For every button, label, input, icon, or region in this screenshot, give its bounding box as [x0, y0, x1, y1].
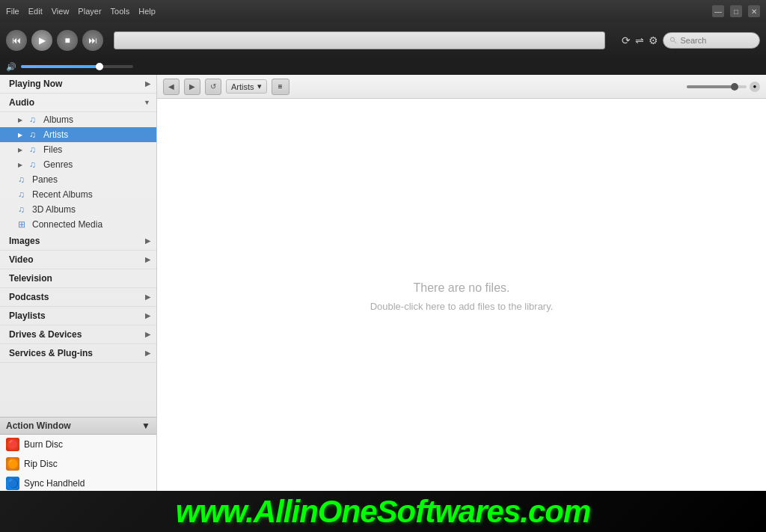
panes-note-icon [18, 174, 28, 185]
sidebar-item-artists[interactable]: ▶ Artists [0, 127, 156, 142]
playlists-arrow: ▶ [145, 312, 150, 319]
menu-view[interactable]: View [52, 7, 70, 16]
sidebar-section-playlists[interactable]: Playlists ▶ [0, 307, 156, 325]
watermark: www.AllinOneSoftwares.com [0, 491, 766, 532]
audio-label: Audio [9, 97, 34, 108]
content-slider[interactable]: ● [687, 82, 760, 92]
sidebar-item-albums[interactable]: ▶ Albums [0, 112, 156, 127]
volume-bar: 🔊 [0, 58, 766, 75]
action-burn-disc[interactable]: 🔴 Burn Disc [0, 435, 156, 454]
action-rip-disc[interactable]: 🟠 Rip Disc [0, 454, 156, 474]
menu-player[interactable]: Player [78, 7, 101, 16]
sync-handheld-label: Sync Handheld [24, 478, 85, 489]
zoom-slider-fill [687, 85, 735, 88]
sidebar-section-audio[interactable]: Audio ▼ [0, 94, 156, 112]
genres-note-icon [29, 159, 40, 170]
sidebar-section-podcasts[interactable]: Podcasts ▶ [0, 288, 156, 307]
title-display: JRiver Media Center 23 [114, 31, 605, 49]
next-button[interactable]: ⏭ [82, 30, 103, 51]
volume-thumb[interactable] [96, 63, 103, 70]
3d-albums-label: 3D Albums [32, 204, 76, 215]
zoom-slider-track[interactable] [687, 85, 747, 88]
title-input: JRiver Media Center 23 [114, 31, 605, 49]
nav-refresh-button[interactable]: ↺ [205, 79, 221, 95]
sidebar-section-images[interactable]: Images ▶ [0, 232, 156, 251]
menu-edit[interactable]: Edit [28, 7, 43, 16]
services-label: Services & Plug-ins [9, 348, 93, 358]
sidebar-section-drives[interactable]: Drives & Devices ▶ [0, 325, 156, 344]
sidebar-item-files[interactable]: ▶ Files [0, 142, 156, 157]
playing-now-arrow: ▶ [145, 80, 150, 88]
shuffle-icon[interactable]: ⇌ [635, 34, 644, 46]
repeat-icon[interactable]: ⟳ [622, 34, 631, 46]
drives-label: Drives & Devices [9, 329, 82, 340]
connected-media-label: Connected Media [32, 219, 102, 230]
connected-media-icon [18, 219, 28, 230]
play-button[interactable]: ▶ [31, 30, 52, 51]
playing-now-label: Playing Now [9, 79, 62, 89]
artists-note-icon [29, 129, 40, 140]
sidebar-section-video[interactable]: Video ▶ [0, 251, 156, 269]
zoom-slider-end-icon[interactable]: ● [750, 82, 760, 92]
images-label: Images [9, 236, 40, 246]
menu-tools[interactable]: Tools [111, 7, 130, 16]
menu-help[interactable]: Help [138, 7, 156, 16]
sidebar-item-3d-albums[interactable]: 3D Albums [0, 202, 156, 217]
view-dropdown-arrow-icon: ▾ [257, 82, 262, 91]
drives-arrow: ▶ [145, 331, 150, 338]
action-window-label: Action Window [6, 421, 71, 431]
sidebar-item-playing-now[interactable]: Playing Now ▶ [0, 75, 156, 94]
equalizer-icon[interactable]: ⚙ [649, 34, 658, 46]
view-toggle-button[interactable]: ≡ [272, 79, 289, 95]
podcasts-label: Podcasts [9, 292, 49, 302]
action-window-header[interactable]: Action Window ▼ [0, 417, 156, 435]
video-arrow: ▶ [145, 256, 150, 263]
search-box[interactable] [663, 32, 760, 49]
sidebar-item-recent-albums[interactable]: Recent Albums [0, 187, 156, 202]
view-dropdown[interactable]: Artists ▾ [226, 79, 267, 94]
albums-label: Albums [43, 114, 73, 125]
content-area: ◀ ▶ ↺ Artists ▾ ≡ ● There are no files. … [157, 75, 766, 532]
recent-albums-label: Recent Albums [32, 189, 93, 200]
recent-albums-note-icon [18, 189, 28, 200]
menu-file[interactable]: File [6, 7, 19, 16]
images-arrow: ▶ [145, 237, 150, 245]
watermark-text: www.AllinOneSoftwares.com [176, 494, 591, 530]
files-label: Files [43, 144, 62, 155]
previous-button[interactable]: ⏮ [6, 30, 27, 51]
podcasts-arrow: ▶ [145, 293, 150, 301]
nav-back-button[interactable]: ◀ [163, 79, 180, 95]
menu-bar: File Edit View Player Tools Help [6, 7, 156, 16]
zoom-slider-thumb[interactable] [731, 83, 738, 91]
search-icon [670, 36, 677, 45]
empty-primary-text: There are no files. [414, 281, 510, 295]
search-input[interactable] [680, 36, 753, 45]
maximize-button[interactable]: □ [730, 5, 742, 17]
rip-disc-label: Rip Disc [24, 459, 58, 469]
albums-note-icon [29, 114, 40, 125]
nav-forward-button[interactable]: ▶ [184, 79, 200, 95]
minimize-button[interactable]: — [712, 5, 724, 17]
files-note-icon [29, 144, 40, 155]
panes-label: Panes [32, 174, 58, 185]
burn-disc-label: Burn Disc [24, 439, 63, 450]
close-button[interactable]: ✕ [748, 5, 760, 17]
sidebar-section-television[interactable]: Television [0, 269, 156, 288]
sidebar-section-services[interactable]: Services & Plug-ins ▶ [0, 344, 156, 363]
volume-slider[interactable] [21, 65, 133, 68]
window-controls: — □ ✕ [712, 5, 760, 17]
sidebar-item-connected-media[interactable]: Connected Media [0, 217, 156, 232]
content-main[interactable]: There are no files. Double-click here to… [157, 99, 766, 495]
svg-point-0 [670, 37, 674, 41]
empty-secondary-text: Double-click here to add files to the li… [370, 301, 554, 312]
sidebar-item-genres[interactable]: ▶ Genres [0, 157, 156, 172]
television-label: Television [9, 273, 52, 284]
stop-button[interactable]: ■ [57, 30, 78, 51]
volume-fill [21, 65, 99, 68]
genres-arrow-icon: ▶ [18, 162, 24, 168]
playlists-label: Playlists [9, 311, 46, 321]
player-bar: ⏮ ▶ ■ ⏭ JRiver Media Center 23 ⟳ ⇌ ⚙ [0, 22, 766, 58]
services-arrow: ▶ [145, 349, 150, 357]
sidebar-item-panes[interactable]: Panes [0, 172, 156, 187]
artists-label: Artists [43, 129, 68, 140]
